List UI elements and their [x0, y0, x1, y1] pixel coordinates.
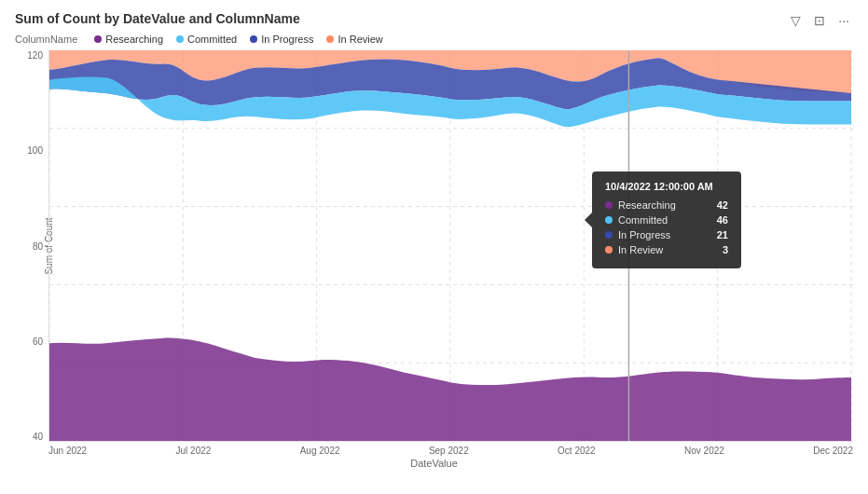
- legend-label-committed: Committed: [187, 34, 237, 45]
- y-tick-80: 80: [33, 241, 43, 252]
- x-tick-jul: Jul 2022: [176, 446, 212, 456]
- y-tick-120: 120: [27, 50, 43, 61]
- chart-svg: .grid-line { stroke: #e0e0e0; stroke-wid…: [49, 50, 853, 441]
- legend-item-researching[interactable]: Researching: [94, 34, 163, 45]
- chart-container: Sum of Count by DateValue and ColumnName…: [0, 0, 868, 494]
- legend-item-inreview[interactable]: In Review: [326, 34, 382, 45]
- chart-area: Sum of Count 120 100 80 60 40 .grid-line…: [15, 50, 853, 442]
- x-tick-nov: Nov 2022: [684, 446, 724, 456]
- legend-dot-inreview: [326, 35, 334, 43]
- legend-column-label: ColumnName: [15, 34, 77, 45]
- legend-label-researching: Researching: [105, 34, 163, 45]
- expand-icon[interactable]: ⊡: [810, 11, 829, 30]
- legend-dot-committed: [176, 35, 184, 43]
- legend-dot-inprogress: [250, 35, 257, 43]
- x-tick-jun: Jun 2022: [48, 446, 87, 456]
- legend-label-inprogress: In Progress: [261, 34, 313, 45]
- y-tick-100: 100: [27, 145, 43, 156]
- chart-header: Sum of Count by DateValue and ColumnName…: [15, 11, 853, 30]
- x-tick-dec: Dec 2022: [813, 446, 853, 456]
- legend-label-inreview: In Review: [338, 34, 382, 45]
- x-axis: Jun 2022 Jul 2022 Aug 2022 Sep 2022 Oct …: [15, 446, 853, 456]
- more-icon[interactable]: ···: [834, 11, 853, 30]
- y-tick-60: 60: [33, 336, 43, 347]
- legend-item-committed[interactable]: Committed: [176, 34, 237, 45]
- legend: ColumnName Researching Committed In Prog…: [15, 34, 853, 45]
- x-tick-sep: Sep 2022: [429, 446, 469, 456]
- x-tick-oct: Oct 2022: [558, 446, 596, 456]
- chart-plot[interactable]: .grid-line { stroke: #e0e0e0; stroke-wid…: [48, 50, 853, 442]
- chart-actions: ▽ ⊡ ···: [787, 11, 853, 30]
- y-tick-40: 40: [33, 432, 43, 442]
- x-tick-aug: Aug 2022: [300, 446, 340, 456]
- legend-dot-researching: [94, 35, 102, 43]
- x-axis-title: DateValue: [15, 458, 853, 469]
- chart-title: Sum of Count by DateValue and ColumnName: [15, 11, 300, 26]
- legend-item-inprogress[interactable]: In Progress: [250, 34, 313, 45]
- filter-icon[interactable]: ▽: [787, 11, 805, 30]
